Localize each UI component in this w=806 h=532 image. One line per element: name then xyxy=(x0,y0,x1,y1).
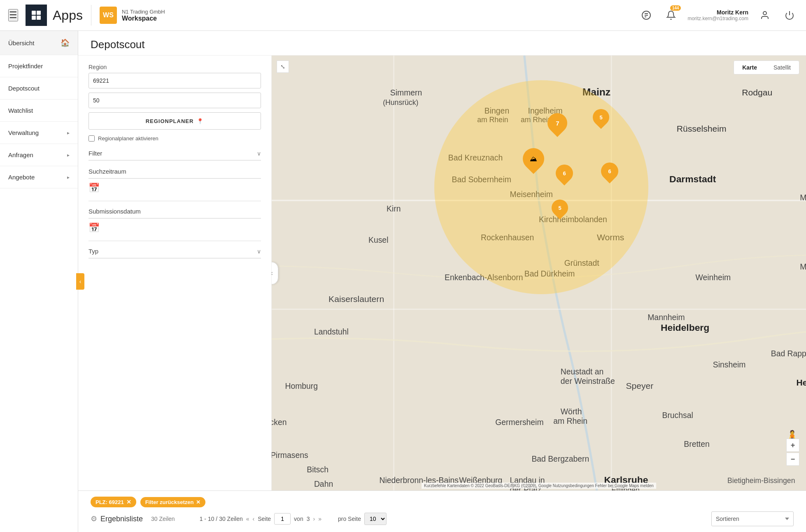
verwaltung-arrow: ▸ xyxy=(67,130,70,136)
satellit-button[interactable]: Satellit xyxy=(765,61,799,74)
plz-filter-remove[interactable]: ✕ xyxy=(126,499,131,505)
workspace-section: WS N1 Trading GmbH Workspace xyxy=(100,7,165,24)
sidebar-label-projektfinder: Projektfinder xyxy=(8,63,43,70)
map-marker-6-right[interactable]: 6 xyxy=(601,163,618,180)
karte-button[interactable]: Karte xyxy=(734,61,765,74)
svg-text:Bad Rappenau: Bad Rappenau xyxy=(771,349,806,358)
anfragen-arrow: ▸ xyxy=(67,152,70,158)
user-profile-button[interactable] xyxy=(757,7,773,23)
next-page-button[interactable]: › xyxy=(313,516,315,522)
page-input[interactable] xyxy=(274,513,291,525)
map-marker-7[interactable]: 7 xyxy=(547,113,567,133)
company-name: N1 Trading GmbH xyxy=(122,9,165,15)
zoom-in-button[interactable]: + xyxy=(786,439,799,452)
regionplaner-label: REGIONPLANER xyxy=(146,118,194,124)
typ-header[interactable]: Typ ∨ xyxy=(89,248,261,258)
svg-text:Simmern: Simmern xyxy=(390,88,422,97)
svg-text:Darmstadt: Darmstadt xyxy=(669,174,716,184)
sort-select[interactable]: Sortieren xyxy=(711,511,794,526)
filter-reset-tag[interactable]: Filter zurücksetzen ✕ xyxy=(140,497,206,507)
suchzeitraum-calendar-icon[interactable]: 📅 xyxy=(89,183,261,193)
suchzeitraum-header: Suchzeitraum xyxy=(89,168,261,179)
chat-button[interactable] xyxy=(638,7,655,23)
app-label: Apps xyxy=(53,8,83,23)
map-marker-5-bottom[interactable]: 5 xyxy=(552,200,568,216)
filter-chevron-icon: ∨ xyxy=(257,150,261,157)
power-button[interactable] xyxy=(781,7,798,23)
map-controls: + − xyxy=(786,439,799,466)
panel-toggle-button[interactable]: ‹ xyxy=(272,262,278,284)
total-pages: 3 xyxy=(307,516,310,522)
svg-rect-3 xyxy=(37,16,41,20)
user-name: Moritz Kern xyxy=(717,9,748,16)
svg-text:Weinheim: Weinheim xyxy=(696,273,731,282)
sidebar-item-verwaltung[interactable]: Verwaltung ▸ xyxy=(0,122,78,144)
workspace-badge: WS xyxy=(100,7,117,24)
results-bar: ⚙ Ergebnisliste 30 Zeilen 1 - 10 / 30 Ze… xyxy=(91,511,794,526)
logo-icon xyxy=(30,9,42,21)
search-radius-circle xyxy=(434,80,648,294)
content-area: Depotscout Region REGIONPLANER 📍 Regiona… xyxy=(78,31,806,532)
svg-text:Bruchsal: Bruchsal xyxy=(662,411,693,420)
svg-text:Kusel: Kusel xyxy=(368,235,388,244)
sidebar-item-depotscout[interactable]: Depotscout xyxy=(0,77,78,100)
sidebar-label-verwaltung: Verwaltung xyxy=(8,129,39,136)
radius-input[interactable] xyxy=(89,93,261,108)
page-label: Seite xyxy=(258,516,271,522)
filter-title: Filter xyxy=(89,150,102,157)
sidebar-collapse-button[interactable]: ‹ xyxy=(76,273,84,290)
map-marker-6-left[interactable]: 6 xyxy=(556,165,573,182)
results-title: ⚙ Ergebnisliste xyxy=(91,514,143,523)
prev-page-button[interactable]: ‹ xyxy=(253,516,255,522)
map-marker-5-top[interactable]: 5 xyxy=(593,109,609,125)
fullscreen-button[interactable]: ⤡ xyxy=(277,60,289,73)
regionplaner-button[interactable]: REGIONPLANER 📍 xyxy=(89,112,261,130)
header: ☰ Apps WS N1 Trading GmbH Workspace xyxy=(0,0,806,31)
user-email: moritz.kern@n1trading.com xyxy=(687,16,748,21)
svg-rect-2 xyxy=(32,16,36,20)
svg-text:Neustadt an: Neustadt an xyxy=(561,367,603,376)
per-page-select[interactable]: 10 25 50 xyxy=(364,513,387,525)
content-body: Region REGIONPLANER 📍 Regionalplaner akt… xyxy=(78,56,806,490)
map-view-toggle: Karte Satellit xyxy=(734,60,799,74)
filter-section-header[interactable]: Filter ∨ xyxy=(89,150,261,160)
svg-text:Pirmasens: Pirmasens xyxy=(272,451,308,460)
filter-panel: Region REGIONPLANER 📍 Regionalplaner akt… xyxy=(78,56,272,490)
svg-text:Michelstadt: Michelstadt xyxy=(800,193,806,202)
sidebar-item-anfragen[interactable]: Anfragen ▸ xyxy=(0,144,78,166)
regionalplaner-checkbox[interactable] xyxy=(89,135,95,142)
notification-button[interactable]: 144 xyxy=(663,7,679,23)
filter-reset-remove[interactable]: ✕ xyxy=(196,499,200,505)
last-page-button[interactable]: » xyxy=(318,516,321,522)
sidebar-item-angebote[interactable]: Angebote ▸ xyxy=(0,166,78,188)
zoom-out-button[interactable]: − xyxy=(786,453,799,466)
user-icon xyxy=(760,10,770,20)
svg-text:Kaiserslautern: Kaiserslautern xyxy=(328,294,384,304)
showing-label: 1 - 10 / 30 Zeilen xyxy=(200,516,243,522)
svg-text:Bitsch: Bitsch xyxy=(307,465,328,474)
first-page-button[interactable]: « xyxy=(246,516,249,522)
svg-text:Mosbach: Mosbach xyxy=(800,262,806,271)
svg-text:Mannheim: Mannheim xyxy=(648,313,685,322)
map-marker-mountain[interactable]: ⛰ xyxy=(523,148,544,170)
submissionsdatum-calendar-icon[interactable]: 📅 xyxy=(89,223,261,233)
svg-text:Germersheim: Germersheim xyxy=(495,418,543,427)
sidebar-label-anfragen: Anfragen xyxy=(8,151,33,158)
bell-icon xyxy=(666,10,676,20)
sidebar-item-watchlist[interactable]: Watchlist xyxy=(0,100,78,122)
svg-text:der Weinstraße: der Weinstraße xyxy=(561,376,615,386)
user-info: Moritz Kern moritz.kern@n1trading.com xyxy=(687,9,748,21)
menu-button[interactable]: ☰ xyxy=(8,9,18,21)
of-label: von xyxy=(294,516,303,522)
map-container[interactable]: Mainz Rüsselsheim Rodgau Aschaffenburg K… xyxy=(272,56,806,490)
power-icon xyxy=(785,10,794,20)
svg-text:Wörth: Wörth xyxy=(561,407,582,416)
filter-section: Filter ∨ xyxy=(89,150,261,160)
svg-text:Rüsselsheim: Rüsselsheim xyxy=(677,124,727,133)
svg-text:Kirn: Kirn xyxy=(387,204,401,213)
sidebar-item-projektfinder[interactable]: Projektfinder xyxy=(0,55,78,77)
svg-text:Bad Bergzabern: Bad Bergzabern xyxy=(531,454,589,463)
per-page: pro Seite 10 25 50 xyxy=(338,513,387,525)
sidebar-item-ubersicht[interactable]: Übersicht 🏠 xyxy=(0,31,78,55)
plz-input[interactable] xyxy=(89,73,261,88)
